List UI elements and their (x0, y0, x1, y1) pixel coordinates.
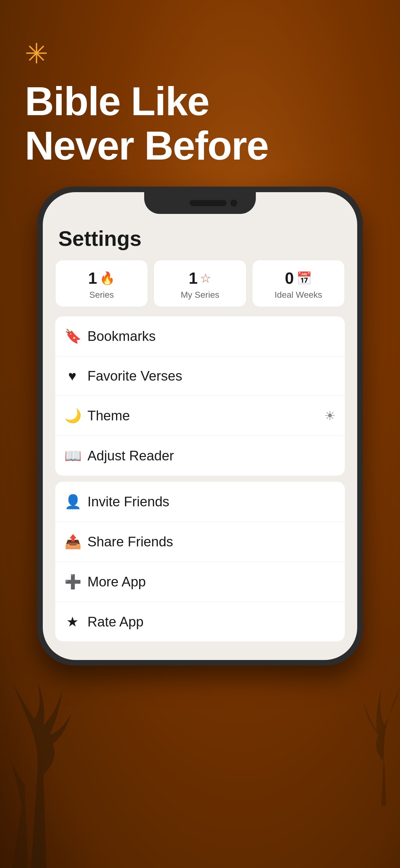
invite-friends-label: Invite Friends (88, 494, 335, 509)
plus-icon: ➕ (65, 574, 80, 590)
bookmarks-label: Bookmarks (88, 329, 335, 344)
menu-section-1: 🔖 Bookmarks ♥ Favorite Verses 🌙 Theme ☀ … (55, 316, 345, 475)
menu-item-bookmarks[interactable]: 🔖 Bookmarks (55, 316, 345, 356)
rate-app-label: Rate App (88, 614, 335, 629)
menu-item-rate-app[interactable]: ★ Rate App (55, 602, 345, 641)
screen-content: Settings 1 🔥 Series 1 ☆ (43, 192, 357, 660)
palm-tree-right (351, 651, 400, 806)
logo-asterisk-icon: ✳ (25, 37, 375, 70)
share-friends-label: Share Friends (88, 534, 335, 550)
my-series-count: 1 (189, 269, 198, 287)
person-icon: 👤 (65, 494, 80, 510)
calendar-icon: 📅 (296, 271, 312, 286)
more-app-label: More App (88, 574, 335, 590)
stat-card-my-series[interactable]: 1 ☆ My Series (154, 260, 246, 307)
theme-label: Theme (88, 408, 317, 424)
sun-icon: ☀ (324, 408, 335, 423)
phone-screen: Settings 1 🔥 Series 1 ☆ (43, 192, 357, 660)
menu-item-invite-friends[interactable]: 👤 Invite Friends (55, 482, 345, 522)
stat-card-ideal-weeks[interactable]: 0 📅 Ideal Weeks (252, 260, 345, 307)
share-icon: 📤 (65, 534, 80, 550)
moon-icon: 🌙 (65, 408, 80, 424)
my-series-label: My Series (160, 290, 240, 300)
menu-item-more-app[interactable]: ➕ More App (55, 562, 345, 602)
settings-title: Settings (52, 220, 348, 260)
main-content: ✳ Bible Like Never Before Settings 1 (0, 0, 400, 665)
notch-pill (190, 200, 227, 206)
series-label: Series (62, 290, 141, 300)
stats-row: 1 🔥 Series 1 ☆ My Series (52, 260, 348, 316)
adjust-reader-label: Adjust Reader (88, 448, 335, 464)
phone-mockup: Settings 1 🔥 Series 1 ☆ (37, 187, 363, 665)
hero-title: Bible Like Never Before (25, 79, 375, 168)
header-section: ✳ Bible Like Never Before (0, 37, 400, 168)
star-filled-icon: ★ (65, 614, 80, 629)
menu-item-share-friends[interactable]: 📤 Share Friends (55, 522, 345, 562)
ideal-weeks-count: 0 (285, 269, 294, 287)
book-icon: 📖 (65, 448, 80, 464)
bookmark-icon: 🔖 (65, 328, 80, 344)
series-count: 1 (88, 269, 97, 287)
stat-card-series[interactable]: 1 🔥 Series (55, 260, 148, 307)
heart-icon: ♥ (65, 368, 80, 384)
phone-notch (144, 192, 256, 214)
fire-icon: 🔥 (100, 271, 115, 286)
favorite-verses-label: Favorite Verses (88, 368, 335, 384)
menu-section-2: 👤 Invite Friends 📤 Share Friends ➕ More … (55, 482, 345, 641)
ideal-weeks-label: Ideal Weeks (259, 290, 338, 300)
palm-tree-left (0, 651, 87, 868)
star-outline-icon: ☆ (200, 271, 211, 285)
menu-item-theme[interactable]: 🌙 Theme ☀ (55, 396, 345, 436)
notch-camera (230, 199, 237, 207)
menu-item-favorite-verses[interactable]: ♥ Favorite Verses (55, 356, 345, 396)
menu-item-adjust-reader[interactable]: 📖 Adjust Reader (55, 436, 345, 475)
